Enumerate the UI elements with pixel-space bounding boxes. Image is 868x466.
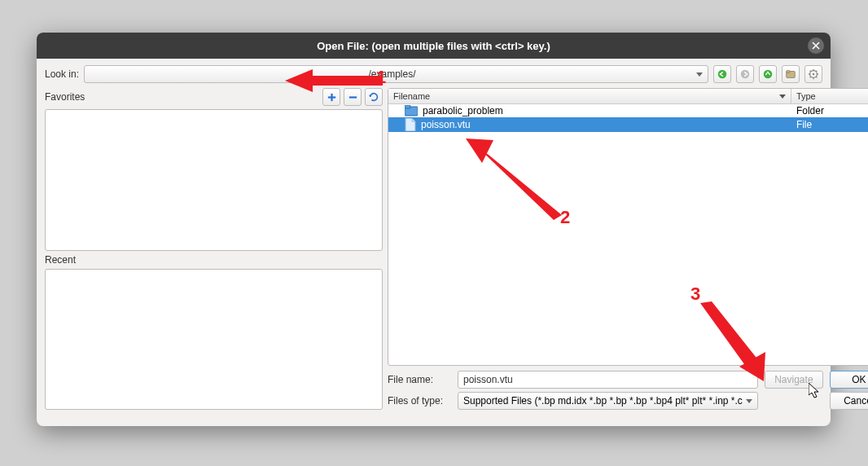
favorites-header: Favorites xyxy=(45,88,383,106)
table-header: Filename Type xyxy=(388,89,868,104)
main-grid: Favorites Recent xyxy=(45,88,822,420)
filename-row: File name: Navigate OK xyxy=(388,371,868,389)
file-name: parabolic_problem xyxy=(423,105,503,116)
file-name: poisson.vtu xyxy=(421,119,471,130)
file-type: Folder xyxy=(796,105,824,116)
open-file-dialog: Open File: (open multiple files with <ct… xyxy=(37,33,831,426)
close-icon xyxy=(812,42,820,50)
column-header-filename[interactable]: Filename xyxy=(388,89,791,103)
svg-rect-21 xyxy=(405,105,410,108)
favorites-list[interactable] xyxy=(45,109,383,251)
col-type-label: Type xyxy=(796,91,816,101)
left-column: Favorites Recent xyxy=(45,88,383,410)
refresh-icon xyxy=(368,91,379,103)
sort-desc-icon xyxy=(779,95,786,99)
nav-forward-button[interactable] xyxy=(736,65,754,83)
table-row[interactable]: parabolic_problem Folder xyxy=(388,104,868,117)
column-header-type[interactable]: Type xyxy=(791,89,868,103)
svg-point-8 xyxy=(813,73,815,76)
file-table: Filename Type parabolic_problem xyxy=(388,88,868,366)
settings-button[interactable] xyxy=(804,65,822,83)
cancel-button[interactable]: Cancel xyxy=(830,392,868,410)
file-type: File xyxy=(796,119,812,130)
chevron-down-icon xyxy=(696,73,703,77)
cursor-pointer-icon xyxy=(809,383,822,399)
close-button[interactable] xyxy=(808,37,824,54)
arrow-up-icon xyxy=(762,68,774,80)
svg-line-13 xyxy=(810,71,811,72)
favorites-label: Favorites xyxy=(45,91,85,103)
titlebar: Open File: (open multiple files with <ct… xyxy=(37,33,831,59)
dialog-content: Look in: /examples/ xyxy=(37,59,831,426)
filetype-label: Files of type: xyxy=(388,395,451,407)
col-filename-label: Filename xyxy=(393,91,430,101)
lookin-path: /examples/ xyxy=(91,68,693,80)
ok-button[interactable]: OK xyxy=(830,371,868,389)
newfolder-icon xyxy=(785,68,796,80)
svg-line-14 xyxy=(816,77,817,77)
recent-list[interactable] xyxy=(45,269,383,411)
filename-input[interactable] xyxy=(458,371,758,389)
svg-line-16 xyxy=(816,71,817,72)
filetype-row: Files of type: Supported Files (*.bp md.… xyxy=(388,392,868,410)
svg-line-15 xyxy=(810,77,811,77)
filetype-dropdown[interactable]: Supported Files (*.bp md.idx *.bp *.bp *… xyxy=(458,392,758,410)
table-row[interactable]: poisson.vtu File xyxy=(388,117,868,132)
plus-icon xyxy=(327,92,337,103)
file-icon xyxy=(405,118,416,131)
right-column: Filename Type parabolic_problem xyxy=(388,88,868,410)
nav-back-button[interactable] xyxy=(713,65,731,83)
lookin-label: Look in: xyxy=(45,68,79,80)
lookin-row: Look in: /examples/ xyxy=(45,65,822,83)
remove-favorite-button[interactable] xyxy=(344,88,362,106)
lookin-dropdown[interactable]: /examples/ xyxy=(84,65,708,83)
refresh-favorites-button[interactable] xyxy=(365,88,383,106)
recent-label: Recent xyxy=(45,254,383,266)
svg-rect-6 xyxy=(787,71,790,73)
filetype-value: Supported Files (*.bp md.idx *.bp *.bp *… xyxy=(463,395,743,407)
nav-up-button[interactable] xyxy=(759,65,777,83)
minus-icon xyxy=(348,92,358,103)
arrow-right-icon xyxy=(739,68,751,80)
filename-label: File name: xyxy=(388,374,451,385)
gear-icon xyxy=(808,68,819,80)
dialog-title: Open File: (open multiple files with <ct… xyxy=(317,40,550,52)
table-body[interactable]: parabolic_problem Folder poisson.vtu Fil… xyxy=(388,104,868,365)
folder-icon xyxy=(405,105,418,116)
bottom-rows: File name: Navigate OK Files of type: Su… xyxy=(388,371,868,410)
add-favorite-button[interactable] xyxy=(322,88,340,106)
favorites-buttons xyxy=(322,88,383,106)
new-folder-button[interactable] xyxy=(782,65,800,83)
chevron-down-icon xyxy=(746,399,752,403)
arrow-left-icon xyxy=(717,68,728,80)
